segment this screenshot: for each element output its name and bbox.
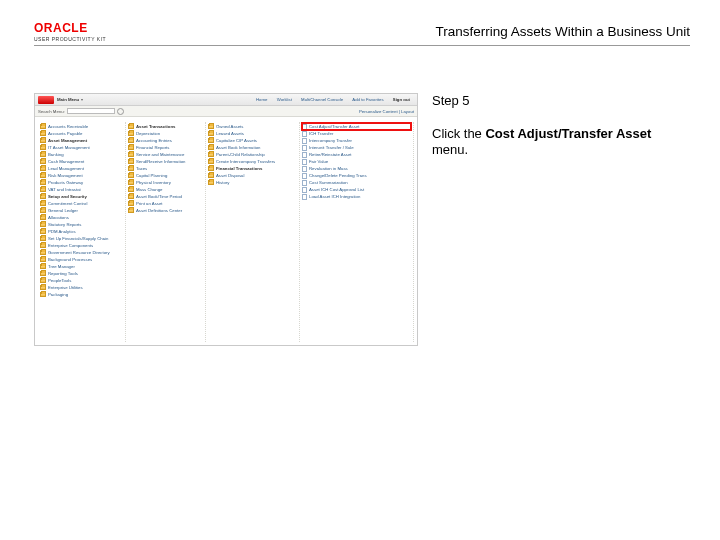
menu-item[interactable]: Leased Assets [208, 130, 297, 137]
instr-pre: Click the [432, 126, 485, 141]
menu-item[interactable]: Accounts Payable [40, 130, 123, 137]
menu-item[interactable]: PDM Analytics [40, 228, 123, 235]
menu-item[interactable]: Asset Transactions [128, 123, 203, 130]
menu-item-label: Financial Transactions [216, 166, 262, 171]
menu-item[interactable]: Financial Reports [128, 144, 203, 151]
menu-item[interactable]: ICH Transfer [302, 130, 411, 137]
search-input[interactable] [67, 108, 115, 114]
menu-item[interactable]: Service and Maintenance [128, 151, 203, 158]
menu-item[interactable]: VAT and Intrastat [40, 186, 123, 193]
menu-item[interactable]: Interunit Transfer / Sale [302, 144, 411, 151]
menu-item[interactable]: Government Resource Directory [40, 249, 123, 256]
menu-item[interactable]: Risk Management [40, 172, 123, 179]
menu-item[interactable]: Create Intercompany Transfers [208, 158, 297, 165]
folder-icon [208, 166, 214, 171]
menu-col-3: Owned AssetsLeased AssetsCapitalize CIP … [206, 122, 300, 342]
menu-item[interactable]: IT Asset Management [40, 144, 123, 151]
menu-item-label: Asset Definitions Center [136, 208, 182, 213]
folder-icon [40, 292, 46, 297]
menu-item[interactable]: Asset Disposal [208, 172, 297, 179]
menu-item[interactable]: Lead Management [40, 165, 123, 172]
menu-item[interactable]: Banking [40, 151, 123, 158]
menu-item[interactable]: Physical Inventory [128, 179, 203, 186]
menu-item[interactable]: Change/Delete Pending Trans [302, 172, 411, 179]
personalize-link[interactable]: Personalize Content | Layout [359, 109, 414, 114]
search-bar: Search Menu: Personalize Content | Layou… [35, 106, 417, 117]
menu-item[interactable]: Send/Receive Information [128, 158, 203, 165]
menu-item-label: Fair Value [309, 159, 328, 164]
menu-item-label: Enterprise Utilities [48, 285, 83, 290]
menu-item[interactable]: Asset Definitions Center [128, 207, 203, 214]
menu-item[interactable]: Retire/Reinstate Asset [302, 151, 411, 158]
menu-item[interactable]: Statutory Reports [40, 221, 123, 228]
menu-item-label: Parent-Child Relationship [216, 152, 265, 157]
menu-item[interactable]: Products Gateway [40, 179, 123, 186]
menu-item-label: Send/Receive Information [136, 159, 185, 164]
menu-item[interactable]: Asset Management [40, 137, 123, 144]
folder-icon [40, 229, 46, 234]
menu-item[interactable]: Packaging [40, 291, 123, 298]
menu-item[interactable]: Setup and Security [40, 193, 123, 200]
menu-item[interactable]: Background Processes [40, 256, 123, 263]
nav-home[interactable]: Home [256, 97, 267, 102]
menu-item-label: Tree Manager [48, 264, 75, 269]
menu-item[interactable]: General Ledger [40, 207, 123, 214]
menu-item[interactable]: Load Asset ICH Integration [302, 193, 411, 200]
document-icon [302, 194, 307, 200]
menu-item[interactable]: Cash Management [40, 158, 123, 165]
menu-item-label: Cash Management [48, 159, 84, 164]
menu-item[interactable]: Commitment Control [40, 200, 123, 207]
nav-fav[interactable]: Add to Favorites [352, 97, 383, 102]
menu-item[interactable]: Parent-Child Relationship [208, 151, 297, 158]
nav-worklist[interactable]: Worklist [277, 97, 292, 102]
menu-item[interactable]: History [208, 179, 297, 186]
folder-icon [208, 138, 214, 143]
menu-item[interactable]: Cost Summarization [302, 179, 411, 186]
nav-mcc[interactable]: MultiChannel Console [301, 97, 343, 102]
menu-item[interactable]: Asset Book/Time Period [128, 193, 203, 200]
menu-item-label: Government Resource Directory [48, 250, 110, 255]
menu-item[interactable]: Mass Change [128, 186, 203, 193]
menu-item[interactable]: Depreciation [128, 130, 203, 137]
menu-item[interactable]: Set Up Financials/Supply Chain [40, 235, 123, 242]
menu-item-label: Reporting Tools [48, 271, 78, 276]
menu-item[interactable]: Accounts Receivable [40, 123, 123, 130]
menu-item[interactable]: Intercompany Transfer [302, 137, 411, 144]
brand-sub: USER PRODUCTIVITY KIT [34, 36, 106, 42]
menu-item-cost-adjust-transfer[interactable]: Cost Adjust/Transfer Asset [302, 123, 411, 130]
menu-item[interactable]: Fair Value [302, 158, 411, 165]
menu-item[interactable]: Taxes [128, 165, 203, 172]
menu-item[interactable]: Financial Transactions [208, 165, 297, 172]
folder-icon [208, 173, 214, 178]
folder-icon [40, 208, 46, 213]
menu-item-label: Asset ICH Cost Approval List [309, 187, 364, 192]
menu-item[interactable]: Capitalize CIP Assets [208, 137, 297, 144]
menu-item[interactable]: PeopleTools [40, 277, 123, 284]
menu-item[interactable]: Print an Asset [128, 200, 203, 207]
menu-item[interactable]: Capital Planning [128, 172, 203, 179]
menu-item-label: Mass Change [136, 187, 163, 192]
menu-item[interactable]: Owned Assets [208, 123, 297, 130]
menu-item[interactable]: Enterprise Utilities [40, 284, 123, 291]
menu-item[interactable]: Asset Book Information [208, 144, 297, 151]
search-icon[interactable] [117, 108, 124, 115]
menu-item-label: Service and Maintenance [136, 152, 185, 157]
folder-icon [40, 250, 46, 255]
menu-item-label: Load Asset ICH Integration [309, 194, 360, 199]
app-topbar: Main Menu ▾ Home Worklist MultiChannel C… [35, 94, 417, 106]
menu-item[interactable]: Revaluation in Mass [302, 165, 411, 172]
menu-item[interactable]: Enterprise Components [40, 242, 123, 249]
menu-item[interactable]: Tree Manager [40, 263, 123, 270]
folder-icon [40, 159, 46, 164]
menu-item[interactable]: Accounting Entries [128, 137, 203, 144]
main-menu-button[interactable]: Main Menu [57, 97, 79, 102]
menu-item-label: Commitment Control [48, 201, 87, 206]
folder-icon [40, 131, 46, 136]
menu-item[interactable]: Reporting Tools [40, 270, 123, 277]
menu-item-label: Physical Inventory [136, 180, 171, 185]
menu-item[interactable]: Asset ICH Cost Approval List [302, 186, 411, 193]
menu-item[interactable]: Allocations [40, 214, 123, 221]
folder-icon [128, 166, 134, 171]
nav-signout[interactable]: Sign out [393, 97, 410, 102]
doc-header: ORACLE USER PRODUCTIVITY KIT Transferrin… [34, 18, 690, 46]
